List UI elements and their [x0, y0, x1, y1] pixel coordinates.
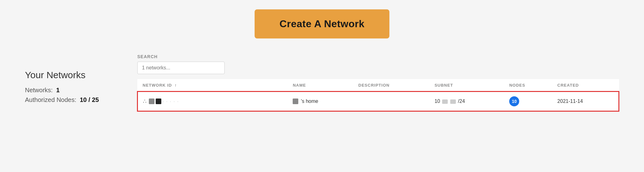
authorized-nodes-stat: Authorized Nodes: 10 / 25 [25, 96, 112, 104]
networks-count: 1 [56, 87, 60, 94]
name-icon-block [293, 99, 298, 104]
sort-icon[interactable]: ↑ [174, 83, 177, 88]
col-name: NAME [288, 79, 353, 92]
cell-nodes: 10 [504, 92, 552, 111]
create-network-button[interactable]: Create A Network [255, 9, 389, 38]
network-icon: ∴ [143, 98, 146, 105]
networks-label: Networks: [25, 87, 53, 94]
cell-network-id: ∴ · · · · · [138, 92, 288, 111]
table-row[interactable]: ∴ · · · · · 's home [138, 92, 619, 111]
authorized-nodes-value: 10 / 25 [80, 96, 99, 103]
content-area: Your Networks Networks: 1 Authorized Nod… [0, 54, 644, 111]
search-input[interactable] [137, 62, 225, 74]
page-wrapper: Create A Network Your Networks Networks:… [0, 0, 644, 172]
your-networks-title: Your Networks [25, 70, 112, 80]
id-dots: · · · · · [163, 99, 179, 104]
subnet-suffix: /24 [458, 99, 465, 104]
right-panel: SEARCH NETWORK ID ↑ NAME DESCRIPTION SUB… [137, 54, 619, 111]
authorized-nodes-label: Authorized Nodes: [25, 96, 76, 103]
id-block-2 [156, 99, 161, 104]
col-created: CREATED [552, 79, 619, 92]
create-button-area: Create A Network [0, 9, 644, 38]
col-description: DESCRIPTION [354, 79, 430, 92]
subnet-prefix: 10 [435, 99, 440, 104]
cell-description [354, 92, 430, 111]
subnet-block-2 [450, 99, 456, 104]
search-label: SEARCH [137, 54, 619, 59]
cell-subnet: 10 /24 [430, 92, 505, 111]
col-network-id: NETWORK ID ↑ [138, 79, 288, 92]
id-block-1 [149, 99, 154, 104]
cell-created: 2021-11-14 [552, 92, 619, 111]
col-nodes: NODES [504, 79, 552, 92]
table-header-row: NETWORK ID ↑ NAME DESCRIPTION SUBNET NOD… [138, 79, 619, 92]
col-subnet: SUBNET [430, 79, 505, 92]
networks-stat: Networks: 1 [25, 87, 112, 94]
left-panel: Your Networks Networks: 1 Authorized Nod… [25, 54, 112, 106]
networks-table: NETWORK ID ↑ NAME DESCRIPTION SUBNET NOD… [137, 79, 619, 111]
nodes-badge: 10 [509, 96, 519, 106]
cell-name: 's home [288, 92, 353, 111]
subnet-block [442, 99, 448, 104]
